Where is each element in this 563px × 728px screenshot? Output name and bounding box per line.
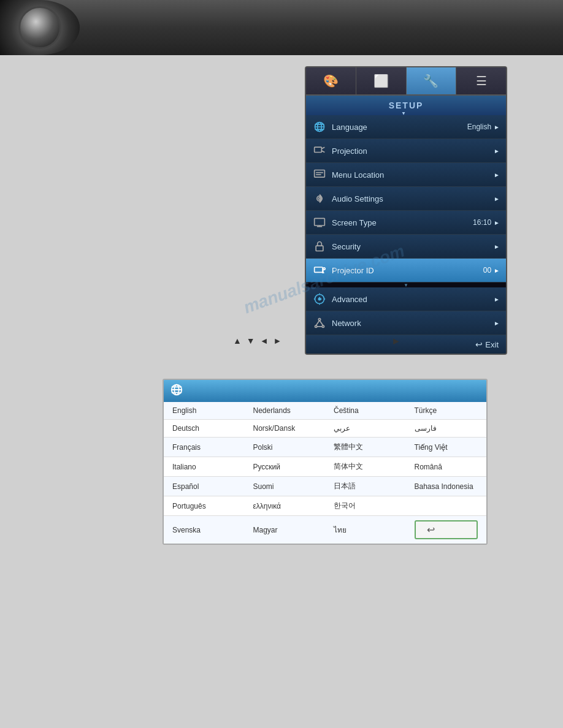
svg-point-31	[322, 325, 324, 327]
settings-icon: 🔧	[423, 74, 439, 88]
lang-cell: 日本語	[325, 477, 406, 496]
lang-cell: Türkçe	[406, 402, 487, 420]
menu-item-audio[interactable]: Audio Settings ►	[306, 187, 506, 211]
lang-cell: Svenska	[164, 516, 245, 544]
lang-cell: Deutsch	[164, 420, 245, 438]
lang-cell: Русский	[245, 457, 326, 477]
menu-location-icon	[312, 167, 327, 182]
menu-location-label: Menu Location	[332, 170, 494, 180]
menu-item-advanced[interactable]: Advanced ►	[306, 287, 506, 311]
menu-item-projector-id[interactable]: Projector ID 00 ►	[306, 259, 506, 282]
svg-point-30	[315, 325, 317, 327]
tab-list[interactable]: ☰	[456, 67, 506, 94]
screen-type-arrow: ►	[494, 219, 500, 226]
menu-location-arrow: ►	[494, 172, 500, 178]
advanced-label: Advanced	[332, 295, 494, 304]
language-table: EnglishNederlandsČeštinaTürkçeDeutschNor…	[164, 402, 486, 544]
lang-back-button[interactable]: ↩	[415, 520, 478, 539]
language-value: English	[467, 123, 491, 131]
menu-item-screen-type[interactable]: Screen Type 16:10 ►	[306, 211, 506, 235]
lang-cell: Italiano	[164, 457, 245, 477]
svg-point-29	[318, 319, 320, 320]
projector-id-value: 00	[483, 266, 491, 275]
lang-cell: Suomi	[245, 477, 326, 496]
list-icon: ☰	[476, 74, 487, 88]
nav-left-arrow: ◄	[260, 336, 269, 346]
lang-cell: Français	[164, 438, 245, 457]
language-panel: EnglishNederlandsČeštinaTürkçeDeutschNor…	[163, 379, 488, 545]
menu-item-projection[interactable]: Projection ►	[306, 139, 506, 163]
lang-cell: Bahasa Indonesia	[406, 477, 487, 496]
screen-type-icon	[312, 215, 327, 230]
lang-cell: Español	[164, 477, 245, 496]
header-bar	[0, 0, 563, 55]
svg-rect-13	[315, 218, 325, 226]
lang-cell: Magyar	[245, 516, 326, 544]
exit-row[interactable]: ↩ Exit	[306, 335, 506, 354]
lang-cell: Čeština	[325, 402, 406, 420]
audio-arrow: ►	[494, 195, 500, 202]
lang-panel-header	[164, 380, 486, 402]
lang-cell: Nederlands	[245, 402, 326, 420]
network-label: Network	[332, 319, 494, 328]
lang-cell: فارسی	[406, 420, 487, 438]
svg-rect-16	[316, 246, 323, 251]
language-label: Language	[332, 123, 467, 132]
menu-divider	[306, 282, 506, 287]
projector-id-icon	[312, 263, 327, 278]
menu-item-language[interactable]: Language English ►	[306, 115, 506, 139]
audio-label: Audio Settings	[332, 194, 494, 203]
lang-cell: Polski	[245, 438, 326, 457]
svg-rect-8	[315, 170, 325, 178]
screen-type-value: 16:10	[473, 218, 491, 227]
svg-rect-17	[315, 267, 323, 272]
lang-cell: Português	[164, 496, 245, 516]
setup-title: SETUP	[306, 96, 506, 115]
svg-line-33	[320, 320, 323, 325]
security-label: Security	[332, 242, 494, 251]
tab-screen[interactable]: ⬜	[356, 67, 407, 94]
tab-settings[interactable]: 🔧	[407, 67, 457, 94]
lang-cell: Română	[406, 457, 487, 477]
bottom-decoration	[440, 697, 563, 728]
tab-bar: 🎨 ⬜ 🔧 ☰	[306, 67, 506, 96]
nav-right-arrow: ►	[274, 336, 282, 346]
menu-item-menu-location[interactable]: Menu Location ►	[306, 163, 506, 187]
menu-item-security[interactable]: Security ►	[306, 235, 506, 259]
audio-icon	[312, 191, 327, 206]
nav-hint: ▲ ▼ ◄ ►	[233, 336, 282, 346]
language-arrow: ►	[494, 124, 500, 131]
svg-line-32	[316, 320, 320, 325]
advanced-icon	[312, 292, 327, 306]
lens-inner	[18, 6, 61, 49]
lang-cell: 繁體中文	[325, 438, 406, 457]
screen-icon: ⬜	[373, 74, 389, 88]
lang-cell: Tiếng Việt	[406, 438, 487, 457]
nav-enter-arrow: ►	[391, 336, 401, 347]
lang-header-globe-icon	[170, 383, 183, 400]
lang-cell: ไทย	[325, 516, 406, 544]
lang-cell: 简体中文	[325, 457, 406, 477]
network-icon	[312, 316, 327, 330]
projector-id-arrow: ►	[494, 267, 500, 274]
projector-id-label: Projector ID	[332, 266, 483, 275]
svg-point-18	[323, 268, 325, 270]
exit-icon: ↩	[475, 339, 483, 349]
projection-icon	[312, 143, 327, 158]
nav-down-arrow: ▼	[247, 336, 255, 346]
setup-panel: 🎨 ⬜ 🔧 ☰ SETUP Language English ►	[305, 66, 507, 355]
lens-decoration	[0, 0, 80, 55]
tab-color[interactable]: 🎨	[306, 67, 356, 94]
security-arrow: ►	[494, 243, 500, 250]
svg-point-24	[318, 298, 320, 300]
network-arrow: ►	[494, 320, 500, 327]
lang-cell[interactable]: ↩	[406, 516, 487, 544]
lang-cell: English	[164, 402, 245, 420]
nav-up-arrow: ▲	[233, 336, 242, 346]
globe-icon	[312, 119, 327, 134]
advanced-arrow: ►	[494, 296, 500, 303]
lang-cell: 한국어	[325, 496, 406, 516]
exit-label: Exit	[485, 340, 499, 349]
menu-item-network[interactable]: Network ►	[306, 311, 506, 335]
lang-cell: عربي	[325, 420, 406, 438]
